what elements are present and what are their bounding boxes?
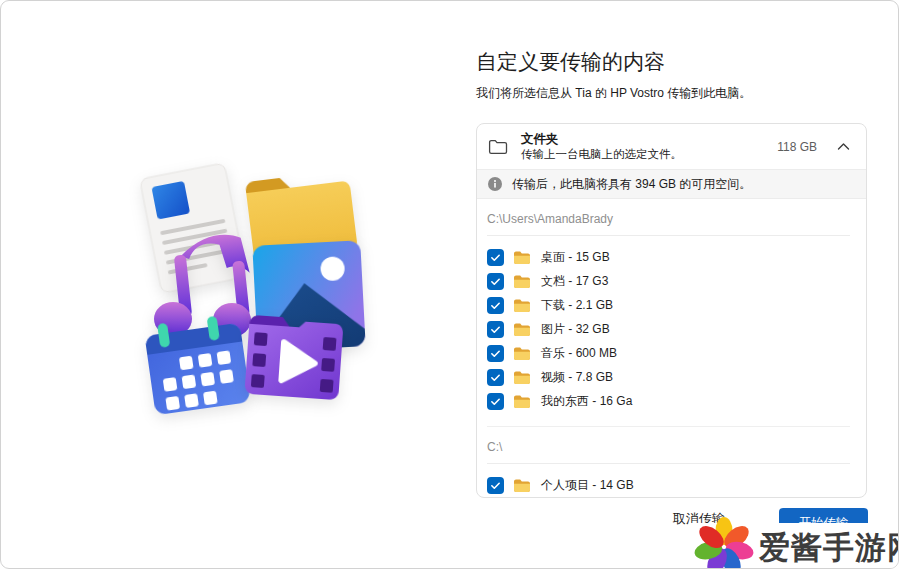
video-folder-icon	[240, 308, 348, 409]
page-title: 自定义要传输的内容	[476, 48, 665, 76]
folder-row: 桌面 - 15 GB	[487, 245, 850, 269]
folder-section: C:\个人项目 - 14 GB	[487, 426, 850, 497]
folder-row: 音乐 - 600 MB	[487, 341, 850, 365]
folder-checkbox[interactable]	[487, 369, 504, 386]
folders-group-header[interactable]: 文件夹 传输上一台电脑上的选定文件。 118 GB	[477, 124, 866, 169]
path-header: C:\	[487, 427, 850, 464]
folder-icon	[513, 478, 531, 493]
folder-checkbox[interactable]	[487, 249, 504, 266]
info-text: 传输后，此电脑将具有 394 GB 的可用空间。	[512, 176, 751, 193]
folder-icon	[513, 298, 531, 313]
folder-checkbox[interactable]	[487, 393, 504, 410]
folder-label: 个人项目 - 14 GB	[541, 477, 634, 494]
page-subtitle: 我们将所选信息从 Tia 的 HP Vostro 传输到此电脑。	[476, 85, 751, 102]
files-illustration	[139, 161, 419, 421]
folder-label: 音乐 - 600 MB	[541, 345, 617, 362]
panel-subtitle: 传输上一台电脑上的选定文件。	[521, 147, 777, 161]
folder-checkbox[interactable]	[487, 273, 504, 290]
folder-label: 我的东西 - 16 Ga	[541, 393, 632, 410]
watermark-flower-logo	[694, 516, 754, 569]
folder-icon	[513, 370, 531, 385]
folder-checkbox[interactable]	[487, 297, 504, 314]
watermark: 爱酱手游网	[687, 511, 899, 569]
folder-label: 桌面 - 15 GB	[541, 249, 610, 266]
folder-label: 文档 - 17 G3	[541, 273, 608, 290]
folder-icon	[513, 346, 531, 361]
folder-rows: 个人项目 - 14 GB	[487, 464, 850, 497]
transfer-window: 自定义要传输的内容 我们将所选信息从 Tia 的 HP Vostro 传输到此电…	[0, 0, 899, 569]
folder-icon	[513, 322, 531, 337]
info-bar: 传输后，此电脑将具有 394 GB 的可用空间。	[477, 169, 866, 199]
folder-row: 我的东西 - 16 Ga	[487, 389, 850, 413]
folder-label: 视频 - 7.8 GB	[541, 369, 613, 386]
info-icon	[488, 177, 502, 191]
folders-panel: 文件夹 传输上一台电脑上的选定文件。 118 GB 传输后，此电脑将具有 394…	[476, 123, 867, 498]
panel-body: C:\Users\AmandaBrady桌面 - 15 GB文档 - 17 G3…	[477, 199, 866, 498]
folder-checkbox[interactable]	[487, 345, 504, 362]
folder-label: 图片 - 32 GB	[541, 321, 610, 338]
folder-section: C:\Users\AmandaBrady桌面 - 15 GB文档 - 17 G3…	[487, 199, 850, 413]
folder-row: 下载 - 2.1 GB	[487, 293, 850, 317]
folder-icon	[513, 250, 531, 265]
chevron-up-icon[interactable]	[837, 142, 850, 151]
folder-outline-icon	[488, 138, 508, 155]
folder-label: 下载 - 2.1 GB	[541, 297, 613, 314]
path-header: C:\Users\AmandaBrady	[487, 199, 850, 236]
panel-title: 文件夹	[521, 132, 777, 148]
folder-row: 图片 - 32 GB	[487, 317, 850, 341]
total-size-label: 118 GB	[777, 140, 817, 154]
folder-row: 文档 - 17 G3	[487, 269, 850, 293]
folder-icon	[513, 274, 531, 289]
folder-icon	[513, 394, 531, 409]
calendar-icon	[141, 310, 253, 417]
watermark-text: 爱酱手游网	[759, 527, 899, 569]
panel-header-titles: 文件夹 传输上一台电脑上的选定文件。	[521, 132, 777, 162]
folder-checkbox[interactable]	[487, 477, 504, 494]
folder-row: 个人项目 - 14 GB	[487, 473, 850, 497]
folder-rows: 桌面 - 15 GB文档 - 17 G3下载 - 2.1 GB图片 - 32 G…	[487, 236, 850, 413]
folder-checkbox[interactable]	[487, 321, 504, 338]
folder-row: 视频 - 7.8 GB	[487, 365, 850, 389]
